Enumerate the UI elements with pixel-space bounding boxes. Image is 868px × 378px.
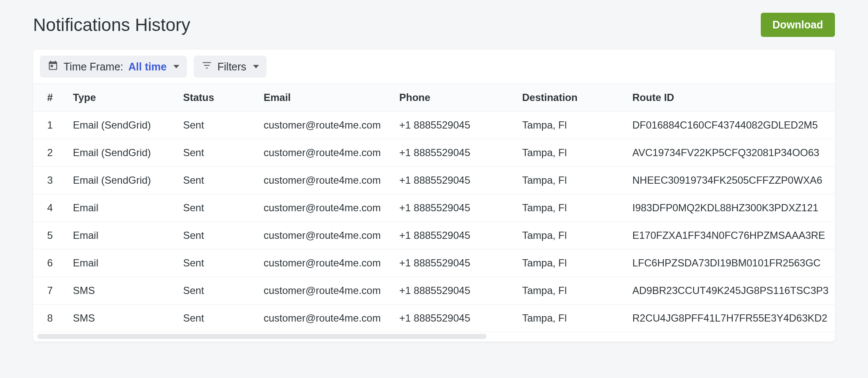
cell-destination: Tampa, Fl (516, 167, 626, 194)
cell-destination: Tampa, Fl (516, 194, 626, 222)
page-header: Notifications History Download (33, 8, 835, 37)
notifications-panel: Time Frame: All time Filters # Type Stat… (33, 50, 835, 342)
cell-phone: +1 8885529045 (393, 139, 516, 167)
cell-status: Sent (177, 222, 258, 249)
cell-email: customer@route4me.com (258, 305, 393, 332)
cell-status: Sent (177, 277, 258, 305)
page-title: Notifications History (33, 15, 190, 35)
cell-email: customer@route4me.com (258, 249, 393, 277)
cell-phone: +1 8885529045 (393, 305, 516, 332)
cell-status: Sent (177, 112, 258, 139)
timeframe-value: All time (128, 61, 167, 73)
cell-email: customer@route4me.com (258, 167, 393, 194)
col-header-route[interactable]: Route ID (626, 84, 835, 112)
cell-num: 3 (33, 167, 67, 194)
cell-route-id: AD9BR23CCUT49K245JG8PS116TSC3P3 (626, 277, 835, 305)
filters-label: Filters (217, 61, 246, 73)
cell-type: SMS (67, 277, 177, 305)
cell-num: 6 (33, 249, 67, 277)
cell-route-id: E170FZXA1FF34N0FC76HPZMSAAA3RE (626, 222, 835, 249)
cell-route-id: LFC6HPZSDA73DI19BM0101FR2563GC (626, 249, 835, 277)
cell-phone: +1 8885529045 (393, 167, 516, 194)
notifications-table: # Type Status Email Phone Destination Ro… (33, 84, 835, 332)
cell-type: Email (67, 249, 177, 277)
cell-destination: Tampa, Fl (516, 305, 626, 332)
col-header-type[interactable]: Type (67, 84, 177, 112)
cell-num: 2 (33, 139, 67, 167)
cell-num: 5 (33, 222, 67, 249)
cell-route-id: I983DFP0MQ2KDL88HZ300K3PDXZ121 (626, 194, 835, 222)
timeframe-selector[interactable]: Time Frame: All time (40, 56, 187, 78)
cell-num: 7 (33, 277, 67, 305)
cell-route-id: AVC19734FV22KP5CFQ32081P34OO63 (626, 139, 835, 167)
cell-type: Email (SendGrid) (67, 167, 177, 194)
cell-phone: +1 8885529045 (393, 194, 516, 222)
cell-status: Sent (177, 167, 258, 194)
cell-destination: Tampa, Fl (516, 112, 626, 139)
cell-destination: Tampa, Fl (516, 277, 626, 305)
col-header-email[interactable]: Email (258, 84, 393, 112)
timeframe-label: Time Frame: (64, 61, 123, 73)
table-header-row: # Type Status Email Phone Destination Ro… (33, 84, 835, 112)
cell-phone: +1 8885529045 (393, 112, 516, 139)
toolbar: Time Frame: All time Filters (33, 50, 835, 84)
table-row[interactable]: 3Email (SendGrid)Sentcustomer@route4me.c… (33, 167, 835, 194)
cell-status: Sent (177, 249, 258, 277)
table-row[interactable]: 1Email (SendGrid)Sentcustomer@route4me.c… (33, 112, 835, 139)
table-row[interactable]: 2Email (SendGrid)Sentcustomer@route4me.c… (33, 139, 835, 167)
table-row[interactable]: 4EmailSentcustomer@route4me.com+1 888552… (33, 194, 835, 222)
table-row[interactable]: 5EmailSentcustomer@route4me.com+1 888552… (33, 222, 835, 249)
cell-phone: +1 8885529045 (393, 249, 516, 277)
cell-num: 8 (33, 305, 67, 332)
cell-email: customer@route4me.com (258, 222, 393, 249)
col-header-status[interactable]: Status (177, 84, 258, 112)
cell-email: customer@route4me.com (258, 139, 393, 167)
cell-destination: Tampa, Fl (516, 249, 626, 277)
horizontal-scrollbar[interactable] (37, 334, 487, 339)
cell-type: SMS (67, 305, 177, 332)
cell-type: Email (SendGrid) (67, 112, 177, 139)
cell-email: customer@route4me.com (258, 112, 393, 139)
cell-destination: Tampa, Fl (516, 139, 626, 167)
caret-down-icon (173, 65, 179, 68)
cell-email: customer@route4me.com (258, 194, 393, 222)
cell-route-id: DF016884C160CF43744082GDLED2M5 (626, 112, 835, 139)
filter-icon (201, 60, 212, 73)
col-header-num[interactable]: # (33, 84, 67, 112)
caret-down-icon (253, 65, 259, 68)
cell-destination: Tampa, Fl (516, 222, 626, 249)
col-header-dest[interactable]: Destination (516, 84, 626, 112)
cell-status: Sent (177, 139, 258, 167)
cell-num: 1 (33, 112, 67, 139)
cell-status: Sent (177, 305, 258, 332)
cell-email: customer@route4me.com (258, 277, 393, 305)
cell-route-id: R2CU4JG8PFF41L7H7FR55E3Y4D63KD2 (626, 305, 835, 332)
calendar-icon (47, 60, 58, 73)
cell-type: Email (67, 222, 177, 249)
cell-type: Email (SendGrid) (67, 139, 177, 167)
table-row[interactable]: 6EmailSentcustomer@route4me.com+1 888552… (33, 249, 835, 277)
filters-button[interactable]: Filters (194, 56, 267, 78)
download-button[interactable]: Download (761, 13, 835, 37)
table-row[interactable]: 7SMSSentcustomer@route4me.com+1 88855290… (33, 277, 835, 305)
cell-phone: +1 8885529045 (393, 277, 516, 305)
cell-status: Sent (177, 194, 258, 222)
cell-route-id: NHEEC30919734FK2505CFFZZP0WXA6 (626, 167, 835, 194)
cell-phone: +1 8885529045 (393, 222, 516, 249)
table-row[interactable]: 8SMSSentcustomer@route4me.com+1 88855290… (33, 305, 835, 332)
col-header-phone[interactable]: Phone (393, 84, 516, 112)
cell-num: 4 (33, 194, 67, 222)
cell-type: Email (67, 194, 177, 222)
